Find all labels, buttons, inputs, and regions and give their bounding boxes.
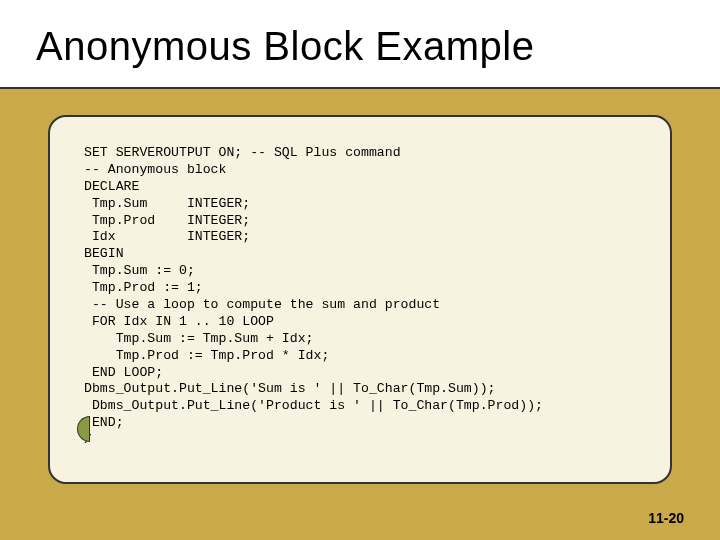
slide: Anonymous Block Example SET SERVEROUTPUT… — [0, 0, 720, 540]
page-title: Anonymous Block Example — [36, 24, 700, 69]
code-panel: SET SERVEROUTPUT ON; -- SQL Plus command… — [48, 115, 672, 484]
title-bar: Anonymous Block Example — [0, 0, 720, 89]
folder-tab-icon — [77, 416, 90, 442]
code-block: SET SERVEROUTPUT ON; -- SQL Plus command… — [84, 145, 652, 449]
slide-number: 11-20 — [648, 510, 684, 526]
